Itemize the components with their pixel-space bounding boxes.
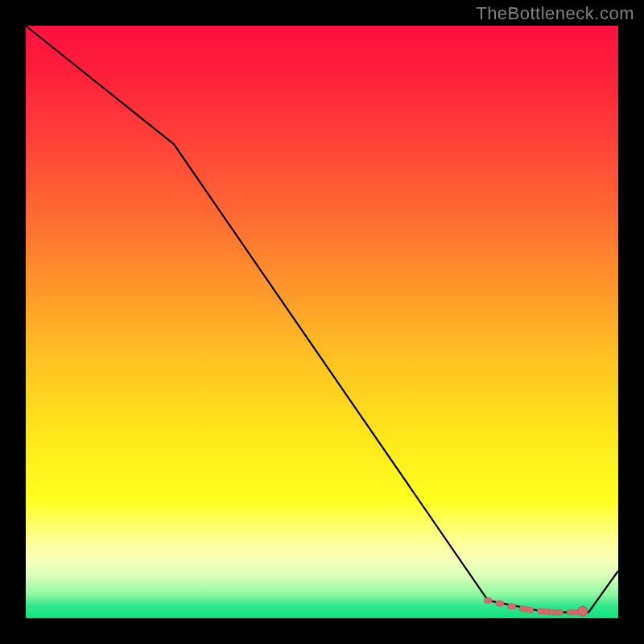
svg-rect-0 <box>484 597 492 603</box>
svg-rect-4 <box>526 607 534 613</box>
svg-rect-1 <box>496 601 504 606</box>
attribution-text: TheBottleneck.com <box>476 3 634 24</box>
chart-overlay <box>26 26 618 618</box>
near-zero-markers <box>484 597 587 615</box>
svg-rect-2 <box>508 604 516 609</box>
highlight-point <box>578 606 588 616</box>
bottleneck-curve <box>26 26 618 613</box>
chart-plot-area <box>26 26 618 618</box>
svg-rect-8 <box>555 609 563 615</box>
